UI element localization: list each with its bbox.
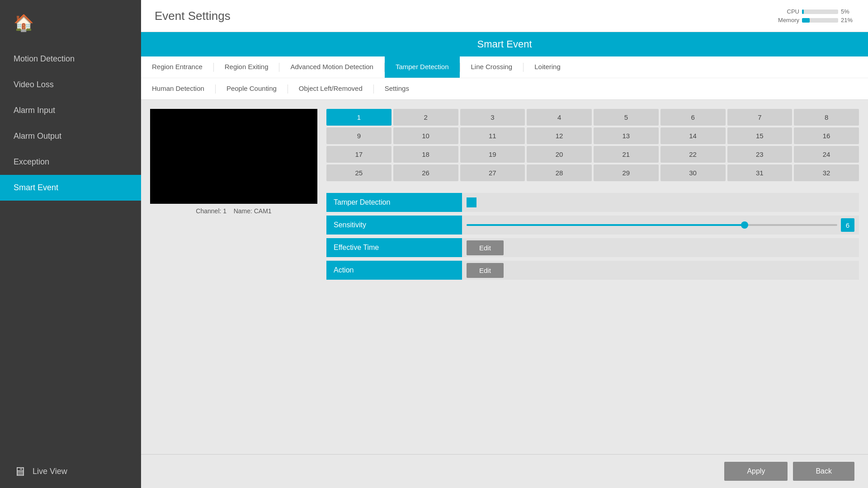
tab-tamper-detection[interactable]: Tamper Detection [385, 56, 460, 78]
sensitivity-value: 6 [841, 218, 854, 232]
channel-btn-23[interactable]: 23 [727, 146, 793, 163]
tamper-detection-value [462, 193, 859, 212]
channel-btn-16[interactable]: 16 [794, 127, 859, 144]
tab-settings[interactable]: Settings [374, 78, 420, 99]
sidebar-footer-live-view[interactable]: 🖥 Live View [0, 455, 141, 488]
tabs-container: Region Entrance Region Exiting Advanced … [141, 56, 868, 100]
channel-btn-27[interactable]: 27 [460, 164, 525, 181]
channel-btn-20[interactable]: 20 [527, 146, 592, 163]
channel-btn-10[interactable]: 10 [393, 127, 458, 144]
cpu-value: 5% [841, 8, 854, 15]
action-row: Action Edit [326, 261, 859, 280]
tamper-detection-label: Tamper Detection [326, 193, 462, 212]
tab-human-detection[interactable]: Human Detection [141, 78, 215, 99]
system-stats: CPU 5% Memory 21% [774, 8, 854, 23]
smart-event-title-bar: Smart Event [141, 32, 868, 56]
channel-btn-28[interactable]: 28 [527, 164, 592, 181]
action-label: Action [326, 261, 462, 280]
effective-time-edit-button[interactable]: Edit [467, 240, 504, 255]
sidebar-item-motion-detection[interactable]: Motion Detection [0, 46, 141, 72]
memory-stat: Memory 21% [774, 17, 854, 23]
channel-btn-29[interactable]: 29 [594, 164, 659, 181]
effective-time-row: Effective Time Edit [326, 238, 859, 257]
footer: Apply Back [141, 454, 868, 488]
action-edit-button[interactable]: Edit [467, 263, 504, 278]
settings-panel: Tamper Detection Sensitivity 6 [326, 193, 859, 280]
camera-label: Channel: 1 Name: CAM1 [150, 207, 317, 215]
cpu-bar-bg [802, 9, 838, 14]
channel-btn-32[interactable]: 32 [794, 164, 859, 181]
channel-btn-31[interactable]: 31 [727, 164, 793, 181]
tamper-toggle[interactable] [467, 197, 476, 207]
sidebar-item-exception[interactable]: Exception [0, 149, 141, 175]
camera-panel: Channel: 1 Name: CAM1 [150, 109, 317, 445]
channel-btn-30[interactable]: 30 [660, 164, 726, 181]
channel-btn-9[interactable]: 9 [326, 127, 392, 144]
cpu-bar-fill [802, 9, 804, 14]
cpu-stat: CPU 5% [774, 8, 854, 15]
effective-time-label: Effective Time [326, 238, 462, 257]
sidebar-item-video-loss[interactable]: Video Loss [0, 72, 141, 98]
channel-btn-24[interactable]: 24 [794, 146, 859, 163]
tab-line-crossing[interactable]: Line Crossing [460, 56, 524, 78]
channel-grid: 1 2 3 4 5 6 7 8 9 10 11 12 13 14 15 16 1… [326, 109, 859, 181]
channel-btn-7[interactable]: 7 [727, 109, 793, 126]
camera-channel-label: Channel: 1 [196, 207, 226, 215]
sensitivity-label: Sensitivity [326, 216, 462, 235]
channel-btn-17[interactable]: 17 [326, 146, 392, 163]
right-panel: 1 2 3 4 5 6 7 8 9 10 11 12 13 14 15 16 1… [326, 109, 859, 445]
channel-btn-21[interactable]: 21 [594, 146, 659, 163]
apply-button[interactable]: Apply [724, 462, 788, 481]
camera-view [150, 109, 317, 204]
back-button[interactable]: Back [793, 462, 854, 481]
channel-btn-25[interactable]: 25 [326, 164, 392, 181]
tab-region-entrance[interactable]: Region Entrance [141, 56, 213, 78]
memory-label: Memory [774, 17, 799, 23]
channel-btn-6[interactable]: 6 [660, 109, 726, 126]
channel-btn-19[interactable]: 19 [460, 146, 525, 163]
tab-region-exiting[interactable]: Region Exiting [214, 56, 279, 78]
channel-btn-4[interactable]: 4 [527, 109, 592, 126]
channel-btn-11[interactable]: 11 [460, 127, 525, 144]
sidebar-nav: Motion Detection Video Loss Alarm Input … [0, 46, 141, 455]
main-panel: Event Settings CPU 5% Memory 21% Smart E… [141, 0, 868, 488]
memory-value: 21% [841, 17, 854, 23]
sensitivity-row: Sensitivity 6 [326, 216, 859, 235]
tabs-row-2: Human Detection People Counting Object L… [141, 78, 868, 99]
channel-btn-26[interactable]: 26 [393, 164, 458, 181]
sidebar-item-alarm-input[interactable]: Alarm Input [0, 98, 141, 123]
sensitivity-slider-fill [467, 224, 745, 226]
page-title: Event Settings [155, 9, 231, 23]
sidebar-item-smart-event[interactable]: Smart Event [0, 175, 141, 201]
effective-time-value: Edit [462, 238, 859, 257]
home-icon: 🏠 [14, 14, 34, 33]
tamper-detection-row: Tamper Detection [326, 193, 859, 212]
sensitivity-slider-track[interactable] [467, 224, 837, 226]
channel-btn-1[interactable]: 1 [326, 109, 392, 126]
channel-btn-15[interactable]: 15 [727, 127, 793, 144]
smart-event-title: Smart Event [477, 38, 532, 50]
sensitivity-slider-container: 6 [462, 216, 859, 235]
sidebar: 🏠 Motion Detection Video Loss Alarm Inpu… [0, 0, 141, 488]
channel-btn-14[interactable]: 14 [660, 127, 726, 144]
sidebar-logo: 🏠 [0, 0, 141, 42]
header: Event Settings CPU 5% Memory 21% [141, 0, 868, 32]
tab-advanced-motion-detection[interactable]: Advanced Motion Detection [279, 56, 384, 78]
channel-btn-12[interactable]: 12 [527, 127, 592, 144]
tab-people-counting[interactable]: People Counting [216, 78, 288, 99]
channel-btn-3[interactable]: 3 [460, 109, 525, 126]
channel-btn-5[interactable]: 5 [594, 109, 659, 126]
channel-btn-13[interactable]: 13 [594, 127, 659, 144]
monitor-icon: 🖥 [14, 464, 26, 479]
channel-btn-2[interactable]: 2 [393, 109, 458, 126]
cpu-label: CPU [774, 8, 799, 15]
channel-btn-8[interactable]: 8 [794, 109, 859, 126]
sidebar-item-alarm-output[interactable]: Alarm Output [0, 123, 141, 149]
sensitivity-slider-thumb[interactable] [741, 221, 748, 229]
content-area: Channel: 1 Name: CAM1 1 2 3 4 5 6 7 8 9 … [141, 100, 868, 454]
channel-btn-18[interactable]: 18 [393, 146, 458, 163]
action-value: Edit [462, 261, 859, 280]
tab-loitering[interactable]: Loitering [524, 56, 571, 78]
channel-btn-22[interactable]: 22 [660, 146, 726, 163]
tab-object-left-removed[interactable]: Object Left/Removed [288, 78, 373, 99]
